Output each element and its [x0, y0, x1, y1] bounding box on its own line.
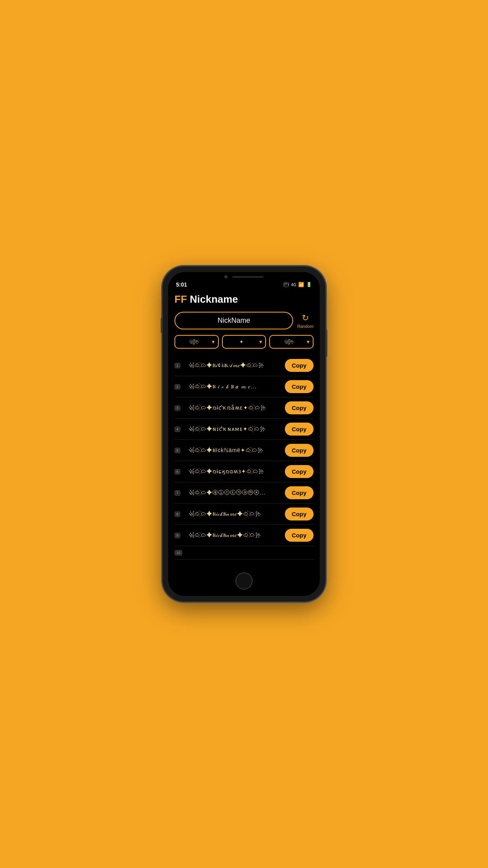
copy-button-8[interactable]: Copy	[285, 508, 314, 520]
phone-bottom	[168, 568, 320, 596]
app-title: FF Nickname	[174, 293, 314, 305]
item-number-7: 7	[174, 490, 185, 496]
title-text: Nickname	[187, 293, 238, 305]
nickname-styled-1: ꧁ᜊ꙰ᜊ✦ℕ𝒾¢𝓴ℕ𝒜𝓶𝑒✦ᜊ꙰ᜊ꧂	[189, 362, 282, 369]
random-label: Random	[297, 324, 314, 329]
chevron-down-icon-3: ▼	[306, 339, 310, 345]
item-number-2: 2	[174, 384, 185, 390]
status-icons: 📳 4G 📶 🔋	[283, 282, 312, 287]
list-item: 10	[174, 546, 314, 560]
nickname-styled-7: ꧁ᜊ꙰ᜊ✦Ⓝⓘⓒⓚⓝⓐⓜⓔ...	[189, 489, 282, 496]
item-number-4: 4	[174, 427, 185, 432]
copy-button-2[interactable]: Copy	[285, 380, 314, 393]
app-content: FF Nickname ↻ Random ꧁꧂ ▼ ✦ ▼	[168, 289, 320, 568]
vibrate-icon: 📳	[283, 282, 289, 287]
copy-button-5[interactable]: Copy	[285, 444, 314, 457]
nickname-styled-9: ꧁ᜊ꙰ᜊ✦ℕ𝒾𝒸𝓀ℕ𝒶𝓶𝑒✦ᜊ꙰ᜊ꧂	[189, 532, 282, 539]
filter-symbol-2: ✦	[225, 339, 258, 345]
copy-button-9[interactable]: Copy	[285, 529, 314, 542]
phone-screen: 5:01 📳 4G 📶 🔋 FF Nickname ↻ Random	[168, 272, 320, 596]
item-number-9: 9	[174, 533, 185, 538]
copy-button-6[interactable]: Copy	[285, 465, 314, 478]
speaker-bar	[232, 276, 264, 278]
status-bar: 5:01 📳 4G 📶 🔋	[168, 280, 320, 289]
notch-area	[168, 272, 320, 280]
item-number-10: 10	[174, 550, 185, 555]
nickname-styled-4: ꧁ᜊ꙰ᜊ✦ɴɪƈҡɴᴀᴍᴇ✦ᜊ꙰ᜊ꧂	[189, 426, 282, 432]
list-item: 1 ꧁ᜊ꙰ᜊ✦ℕ𝒾¢𝓴ℕ𝒜𝓶𝑒✦ᜊ꙰ᜊ꧂ Copy	[174, 355, 314, 376]
nickname-input[interactable]	[174, 312, 293, 329]
nickname-styled-2: ꧁ᜊ꙰ᜊ✦ℕ 𝒾 𝒸 𝓀 ℕ 𝒂 𝓶 𝑒...	[189, 383, 282, 390]
random-icon: ↻	[302, 313, 309, 323]
filter-row: ꧁꧂ ▼ ✦ ▼ ꧁꧂ ▼	[174, 335, 314, 349]
nickname-styled-3: ꧁ᜊ꙰ᜊ✦ռɨƈҡռǟʍɛ✦ᜊ꙰ᜊ꧂	[189, 405, 282, 411]
signal-icon: 4G	[291, 283, 296, 287]
chevron-down-icon-1: ▼	[211, 339, 216, 345]
filter-dropdown-1[interactable]: ꧁꧂ ▼	[174, 335, 219, 349]
copy-button-7[interactable]: Copy	[285, 486, 314, 499]
list-item: 7 ꧁ᜊ꙰ᜊ✦Ⓝⓘⓒⓚⓝⓐⓜⓔ... Copy	[174, 482, 314, 504]
item-number-8: 8	[174, 511, 185, 517]
random-button[interactable]: ↻ Random	[297, 313, 314, 329]
copy-button-1[interactable]: Copy	[285, 359, 314, 372]
volume-button	[161, 318, 163, 333]
search-row: ↻ Random	[174, 312, 314, 329]
ff-label: FF	[174, 293, 187, 305]
nickname-styled-5: ꧁ᜊ꙰ᜊ✦ℕïckℕämë✦ᜊ꙰ᜊ꧂	[189, 447, 282, 454]
battery-icon: 🔋	[306, 282, 312, 287]
list-item: 4 ꧁ᜊ꙰ᜊ✦ɴɪƈҡɴᴀᴍᴇ✦ᜊ꙰ᜊ꧂ Copy	[174, 419, 314, 440]
filter-dropdown-3[interactable]: ꧁꧂ ▼	[269, 335, 314, 349]
copy-button-3[interactable]: Copy	[285, 401, 314, 414]
power-button	[325, 329, 327, 357]
phone-frame: 5:01 📳 4G 📶 🔋 FF Nickname ↻ Random	[163, 267, 325, 601]
nickname-styled-6: ꧁ᜊ꙰ᜊ✦ռɨɕӄռɑʍɜ✦ᜊ꙰ᜊ꧂	[189, 468, 282, 475]
item-number-1: 1	[174, 363, 185, 368]
home-button[interactable]	[235, 572, 253, 590]
chevron-down-icon-2: ▼	[258, 339, 263, 345]
filter-symbol-3: ꧁꧂	[272, 339, 305, 345]
copy-button-4[interactable]: Copy	[285, 423, 314, 436]
list-item: 2 ꧁ᜊ꙰ᜊ✦ℕ 𝒾 𝒸 𝓀 ℕ 𝒂 𝓶 𝑒... Copy	[174, 376, 314, 397]
item-number-3: 3	[174, 405, 185, 411]
filter-dropdown-2[interactable]: ✦ ▼	[222, 335, 266, 349]
list-item: 6 ꧁ᜊ꙰ᜊ✦ռɨɕӄռɑʍɜ✦ᜊ꙰ᜊ꧂ Copy	[174, 461, 314, 482]
nickname-list: 1 ꧁ᜊ꙰ᜊ✦ℕ𝒾¢𝓴ℕ𝒜𝓶𝑒✦ᜊ꙰ᜊ꧂ Copy 2 ꧁ᜊ꙰ᜊ✦ℕ 𝒾 𝒸 𝓀…	[174, 355, 314, 560]
item-number-5: 5	[174, 448, 185, 453]
nickname-styled-8: ꧁ᜊ꙰ᜊ✦ℕ𝒾𝒸𝓀ℕ𝒶𝓶𝑒✦ᜊ꙰ᜊ꧂	[189, 511, 282, 517]
wifi-icon: 📶	[298, 282, 304, 287]
list-item: 5 ꧁ᜊ꙰ᜊ✦ℕïckℕämë✦ᜊ꙰ᜊ꧂ Copy	[174, 440, 314, 461]
camera-icon	[224, 275, 227, 278]
list-item: 9 ꧁ᜊ꙰ᜊ✦ℕ𝒾𝒸𝓀ℕ𝒶𝓶𝑒✦ᜊ꙰ᜊ꧂ Copy	[174, 525, 314, 546]
status-time: 5:01	[176, 281, 187, 288]
list-item: 8 ꧁ᜊ꙰ᜊ✦ℕ𝒾𝒸𝓀ℕ𝒶𝓶𝑒✦ᜊ꙰ᜊ꧂ Copy	[174, 504, 314, 525]
filter-symbol-1: ꧁꧂	[178, 339, 210, 345]
item-number-6: 6	[174, 469, 185, 474]
list-item: 3 ꧁ᜊ꙰ᜊ✦ռɨƈҡռǟʍɛ✦ᜊ꙰ᜊ꧂ Copy	[174, 397, 314, 419]
